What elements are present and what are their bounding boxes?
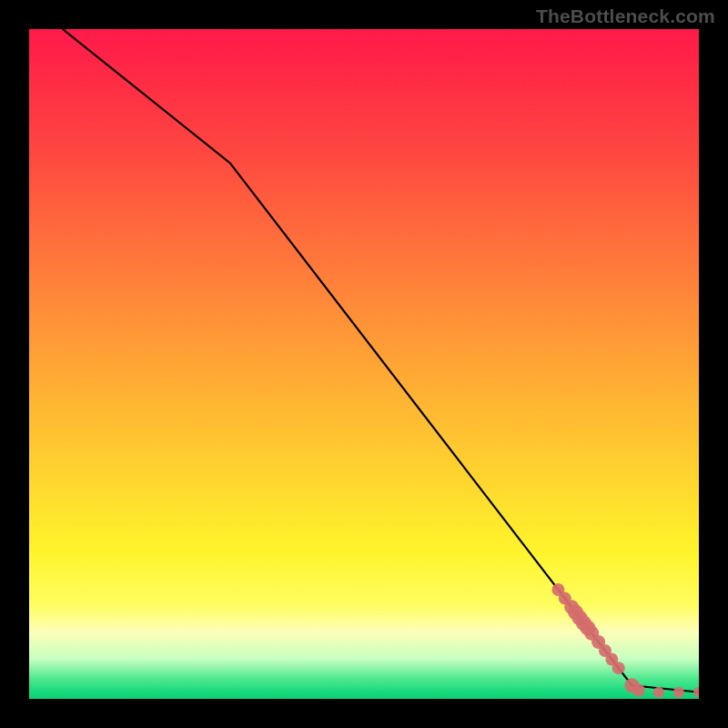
curve-layer <box>63 29 699 693</box>
chart-overlay <box>29 29 699 699</box>
watermark-text: TheBottleneck.com <box>536 5 715 27</box>
scatter-point <box>653 687 664 698</box>
plot-area <box>29 29 699 699</box>
scatter-point <box>693 687 699 698</box>
chart-frame: TheBottleneck.com <box>0 0 728 728</box>
scatter-point <box>612 662 625 674</box>
scatter-layer <box>551 583 699 698</box>
scatter-point <box>673 687 684 698</box>
bottleneck-curve <box>63 29 699 693</box>
scatter-point <box>632 683 645 696</box>
